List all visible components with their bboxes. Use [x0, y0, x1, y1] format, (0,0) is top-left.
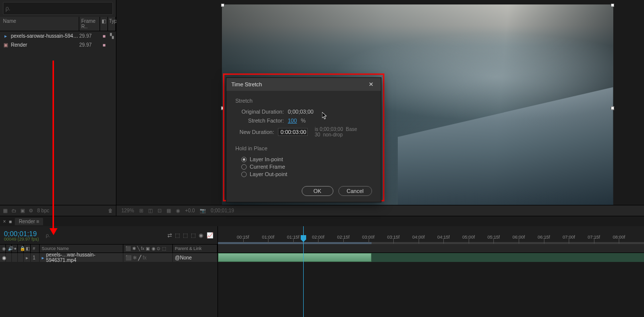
radio-label: Layer Out-point	[250, 171, 287, 177]
parent-dropdown[interactable]: None	[180, 255, 192, 260]
panel-color-icon: ■	[9, 219, 12, 224]
radio-label: Layer In-point	[250, 156, 283, 162]
motion-blur-icon[interactable]: ◉	[199, 232, 204, 239]
exposure-value[interactable]: +0.0	[185, 208, 195, 213]
toolbar-icon[interactable]: ⊡	[158, 208, 161, 213]
item-type-icon: ▚	[108, 33, 116, 39]
track-area[interactable]	[218, 244, 644, 317]
stretch-group-label: Stretch	[235, 98, 372, 104]
label-color[interactable]: ■	[100, 42, 108, 48]
shy-icon[interactable]: ⬚	[183, 232, 188, 239]
comp-flowchart-icon[interactable]: ⇄	[167, 232, 172, 239]
timeline-tab[interactable]: Render ≡	[15, 218, 43, 225]
col-framerate[interactable]: Frame R..	[79, 17, 100, 31]
cancel-button[interactable]: Cancel	[338, 186, 372, 196]
close-panel-icon[interactable]: ×	[3, 219, 6, 224]
layer-row[interactable]: ◉ ▸ 1 ▸pexels-…war-hussain-5946371.mp4 ⬛…	[0, 253, 217, 262]
footage-icon: ▸	[42, 255, 44, 260]
layer-clip[interactable]	[218, 253, 372, 262]
twirl-icon[interactable]: ▸	[26, 255, 28, 260]
hold-group-label: Hold in Place	[235, 145, 372, 151]
project-footer: ▦ 🗀 ▣ ⚙ 8 bpc 🗑	[0, 205, 116, 216]
col-type[interactable]: Typ	[108, 17, 116, 31]
item-framerate: 29.97	[79, 33, 100, 39]
bpc-toggle[interactable]: 8 bpc	[37, 208, 49, 213]
ok-button[interactable]: OK	[302, 186, 333, 196]
visibility-toggle[interactable]: ◉	[0, 253, 6, 262]
radio-label: Current Frame	[250, 164, 285, 170]
frame-blend-icon[interactable]: ⬚	[191, 232, 196, 239]
col-number[interactable]: #	[31, 245, 40, 253]
stretch-factor-label: Stretch Factor:	[235, 118, 284, 124]
duration-hint: is 0;00;03;00 Base 30 non-drop	[315, 127, 372, 137]
col-label-icon[interactable]: ◧	[100, 17, 108, 31]
resize-handle[interactable]	[221, 3, 224, 7]
project-column-header: Name Frame R.. ◧ Typ	[0, 17, 116, 31]
layer-name: pexels-…war-hussain-5946371.mp4	[46, 252, 121, 263]
toolbar-timecode[interactable]: 0;00;01;19	[211, 208, 234, 213]
col-switches[interactable]: ⬛ ✱ ╲ fx ▣ ◉ ⊙ ⬚	[123, 245, 173, 253]
toolbar-icon[interactable]: ◫	[148, 208, 153, 213]
new-duration-input[interactable]: 0:00:03:00	[278, 128, 308, 136]
new-duration-label: New Duration:	[235, 129, 274, 135]
original-duration-label: Original Duration:	[235, 109, 284, 115]
timeline-panel: × ■ Render ≡ 0;00;01;19 00049 (29.97 fps…	[0, 216, 644, 317]
playhead[interactable]	[303, 226, 304, 317]
project-settings-icon[interactable]: ⚙	[29, 208, 33, 213]
col-audio-icon[interactable]: 🔊	[6, 245, 12, 253]
comp-icon: ▣	[2, 41, 9, 48]
resize-handle[interactable]	[611, 3, 614, 7]
hold-option-radio[interactable]: Layer In-point	[241, 156, 372, 162]
project-search-input[interactable]: ρ.	[3, 2, 113, 15]
col-visibility-icon[interactable]: ◉	[0, 245, 6, 253]
stretch-factor-input[interactable]: 100	[288, 118, 297, 124]
interpret-footage-icon[interactable]: ▦	[3, 208, 7, 213]
col-lock-icon[interactable]: 🔒	[18, 245, 24, 253]
item-name: pexels-sarowar-hussain-5946371.mp4	[11, 33, 79, 39]
footage-icon: ▸	[2, 32, 9, 39]
project-item[interactable]: ▸ pexels-sarowar-hussain-5946371.mp4 29.…	[0, 31, 116, 40]
project-panel: ρ. Name Frame R.. ◧ Typ ▸ pexels-sarowar…	[0, 0, 116, 216]
radio-icon	[241, 164, 247, 170]
toolbar-icon[interactable]: ◉	[176, 208, 180, 213]
item-name: Render	[11, 42, 79, 48]
layer-clip-tail[interactable]	[372, 253, 644, 262]
graph-editor-icon[interactable]: 📈	[207, 232, 214, 239]
col-label-icon[interactable]: ◧	[24, 245, 31, 253]
trash-icon[interactable]: 🗑	[108, 208, 113, 213]
col-name[interactable]: Name	[0, 17, 79, 31]
pickwhip-icon[interactable]: @	[175, 255, 180, 260]
radio-icon	[241, 172, 247, 177]
col-solo-icon[interactable]: ●	[12, 245, 18, 253]
time-stretch-dialog: Time Stretch ✕ Stretch Original Duration…	[226, 77, 381, 202]
original-duration-value: 0;00;03;00	[288, 109, 314, 115]
zoom-level[interactable]: 129%	[121, 208, 134, 213]
new-folder-icon[interactable]: 🗀	[11, 208, 16, 213]
snapshot-icon[interactable]: 📷	[200, 208, 206, 213]
draft3d-icon[interactable]: ⬚	[175, 232, 180, 239]
radio-icon	[241, 157, 247, 162]
project-item[interactable]: ▣ Render 29.97 ■	[0, 40, 116, 49]
resize-handle[interactable]	[611, 106, 614, 110]
hold-option-radio[interactable]: Layer Out-point	[241, 171, 372, 177]
layer-switches[interactable]: ⬛✱╱fx	[123, 253, 173, 262]
label-color[interactable]: ■	[100, 33, 108, 39]
toolbar-icon[interactable]: ⊞	[139, 208, 143, 213]
hold-option-radio[interactable]: Current Frame	[241, 164, 372, 170]
layer-number: 1	[31, 253, 40, 262]
composition-toolbar: 129% ⊞ ◫ ⊡ ▦ ◉ +0.0 📷 0;00;01;19	[116, 205, 644, 216]
item-framerate: 29.97	[79, 42, 100, 48]
new-comp-icon[interactable]: ▣	[20, 208, 25, 213]
current-frame-sub: 00049 (29.97 fps)	[0, 237, 41, 242]
close-icon[interactable]: ✕	[366, 79, 376, 89]
toolbar-icon[interactable]: ▦	[166, 208, 171, 213]
cursor-icon	[322, 112, 328, 120]
time-ruler[interactable]: 00:15f01:00f01:15f02:00f02:15f03:00f03:1…	[218, 226, 644, 244]
dialog-title: Time Stretch	[231, 81, 262, 87]
col-source-name[interactable]: Source Name	[40, 245, 123, 253]
col-parent[interactable]: Parent & Link	[173, 245, 217, 253]
